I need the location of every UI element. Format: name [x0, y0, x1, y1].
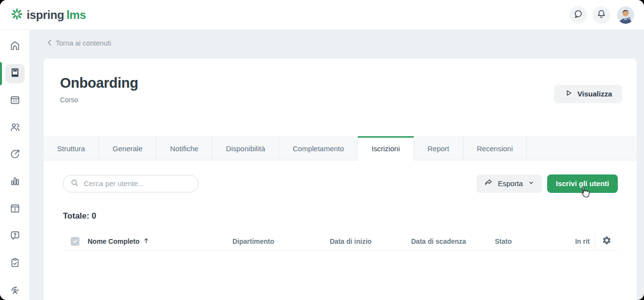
export-button[interactable]: Esporta [476, 174, 542, 193]
breadcrumb-back-link[interactable]: Torna ai contenuti [46, 38, 111, 48]
chevron-down-icon [527, 179, 535, 188]
sidebar-item-support[interactable] [5, 281, 25, 300]
sidebar-item-goals[interactable] [5, 145, 25, 165]
bar-chart-icon [9, 175, 21, 189]
preview-button[interactable]: Visualizza [554, 85, 622, 103]
notifications-button[interactable] [593, 6, 610, 24]
course-card: Onboarding Corso Visualizza Struttura [44, 59, 637, 300]
column-header-stato[interactable]: Stato [495, 237, 558, 245]
user-avatar[interactable] [617, 6, 634, 24]
tab-completamento[interactable]: Completamento [279, 136, 358, 160]
total-count: Totale: 0 [63, 211, 618, 221]
column-header-in-ritardo[interactable]: In rit [558, 237, 595, 245]
tab-notifiche[interactable]: Notifiche [156, 136, 212, 160]
chevron-left-icon [46, 39, 53, 48]
enroll-users-button[interactable]: Iscrivi gli utenti [547, 174, 618, 193]
course-type-label: Corso [60, 96, 138, 104]
info-panel-icon [9, 203, 21, 216]
logo-text: ispringlms [27, 8, 86, 22]
tab-report[interactable]: Report [414, 136, 463, 160]
column-header-data-scadenza[interactable]: Data di scadenza [411, 237, 495, 245]
course-tabs: Struttura Generale Notifiche Disponibili… [44, 136, 637, 160]
enrollments-toolbar: Esporta Iscrivi gli utenti [63, 174, 618, 193]
home-icon [9, 40, 21, 53]
table-header-row: Nome Completo Dipartimento Data di inizi… [63, 233, 618, 251]
search-box [63, 175, 199, 192]
sidebar-item-courses[interactable] [5, 64, 25, 83]
sidebar-item-reports[interactable] [5, 173, 25, 192]
book-icon [9, 67, 21, 80]
question-bubble-icon [9, 230, 21, 243]
gear-icon [602, 236, 612, 247]
tab-recensioni[interactable]: Recensioni [463, 136, 527, 160]
sidebar [0, 30, 30, 300]
support-person-icon [9, 284, 21, 298]
tab-iscrizioni[interactable]: Iscrizioni [358, 136, 414, 160]
search-input[interactable] [84, 179, 192, 188]
topbar-actions [569, 6, 634, 24]
chat-icon [572, 8, 584, 21]
sidebar-item-home[interactable] [5, 37, 25, 56]
ispring-spinner-icon [11, 8, 23, 22]
sidebar-item-tasks[interactable] [5, 254, 25, 273]
ispring-logo[interactable]: ispringlms [11, 8, 86, 22]
tabbar-filler [527, 136, 637, 160]
sidebar-item-calendar[interactable] [5, 91, 25, 111]
clipboard-check-icon [9, 257, 21, 270]
page-title: Onboarding [60, 75, 138, 91]
select-all-checkbox[interactable] [71, 237, 79, 246]
search-icon [70, 178, 79, 189]
course-header: Onboarding Corso Visualizza [44, 59, 637, 136]
column-header-nome-completo[interactable]: Nome Completo [88, 237, 232, 246]
tab-struttura[interactable]: Struttura [44, 136, 99, 160]
bell-icon [596, 8, 607, 21]
topbar: ispringlms [0, 0, 644, 30]
users-icon [9, 121, 21, 135]
share-arrow-icon [484, 178, 493, 189]
column-header-dipartimento[interactable]: Dipartimento [232, 237, 330, 245]
sidebar-item-help[interactable] [5, 227, 25, 246]
messages-button[interactable] [569, 6, 587, 24]
sort-ascending-icon [143, 237, 150, 246]
column-header-data-inizio[interactable]: Data di inizio [330, 237, 411, 245]
column-settings-button[interactable] [595, 233, 618, 250]
enrollments-panel: Esporta Iscrivi gli utenti [44, 160, 637, 300]
app-window: ispringlms [0, 0, 644, 300]
calendar-icon [9, 94, 21, 108]
target-arrow-icon [9, 148, 21, 162]
sidebar-item-users[interactable] [5, 118, 25, 138]
sidebar-item-info[interactable] [5, 200, 25, 219]
tab-disponibilita[interactable]: Disponibilità [213, 136, 279, 160]
breadcrumb-label: Torna ai contenuti [56, 39, 111, 47]
play-icon [564, 89, 573, 99]
tab-generale[interactable]: Generale [99, 136, 157, 160]
main-area: Torna ai contenuti Onboarding Corso [30, 30, 644, 300]
